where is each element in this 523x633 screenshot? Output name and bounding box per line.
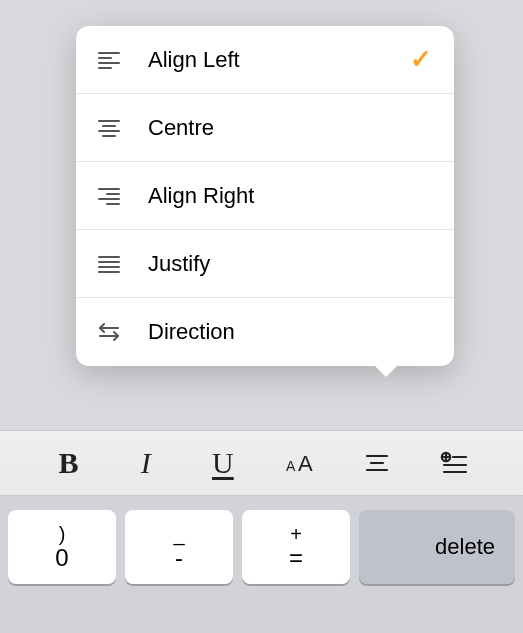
key-top-label: + [290,523,302,545]
menu-item-justify[interactable]: Justify [76,230,454,298]
menu-item-centre[interactable]: Centre [76,94,454,162]
menu-item-label: Justify [148,251,432,277]
underline-button[interactable]: U [194,437,252,489]
checkmark-icon: ✓ [410,44,432,75]
paragraph-align-button[interactable] [348,437,406,489]
key-bottom-label: 0 [55,545,68,571]
key-minus[interactable]: _ - [125,510,233,584]
menu-item-label: Centre [148,115,432,141]
menu-item-label: Align Right [148,183,432,209]
align-left-icon [96,47,122,73]
key-label: delete [435,534,495,560]
justify-icon [96,251,122,277]
menu-item-align-right[interactable]: Align Right [76,162,454,230]
key-top-label: _ [173,523,184,545]
format-toolbar: B I U A A [0,430,523,496]
keyboard-row: ) 0 _ - + = delete [0,496,523,633]
menu-item-label: Direction [148,319,432,345]
key-bottom-label: - [175,545,183,571]
menu-item-label: Align Left [148,47,410,73]
insert-button[interactable] [425,437,483,489]
bold-button[interactable]: B [40,437,98,489]
italic-button[interactable]: I [117,437,175,489]
align-right-icon [96,183,122,209]
text-size-button[interactable]: A A [271,437,329,489]
direction-icon [96,319,122,345]
key-delete[interactable]: delete [359,510,515,584]
key-top-label: ) [59,523,66,545]
alignment-popover: Align Left ✓ Centre Align Right Justify … [76,26,454,366]
key-equals[interactable]: + = [242,510,350,584]
align-center-icon [96,115,122,141]
svg-text:A: A [298,451,313,476]
key-bottom-label: = [289,545,303,571]
key-0[interactable]: ) 0 [8,510,116,584]
menu-item-direction[interactable]: Direction [76,298,454,366]
menu-item-align-left[interactable]: Align Left ✓ [76,26,454,94]
svg-text:A: A [286,458,296,474]
